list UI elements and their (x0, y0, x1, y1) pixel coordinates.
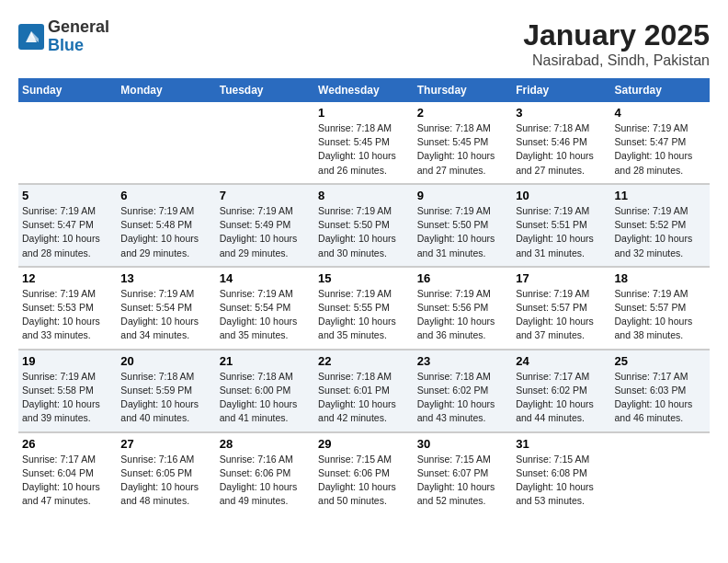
calendar-cell (216, 102, 314, 184)
day-number: 29 (318, 437, 410, 451)
day-number: 15 (318, 271, 410, 285)
calendar-cell: 15Sunrise: 7:19 AM Sunset: 5:55 PM Dayli… (314, 267, 414, 350)
day-info: Sunrise: 7:15 AM Sunset: 6:06 PM Dayligh… (318, 453, 410, 509)
logo-icon (18, 24, 44, 50)
day-number: 16 (417, 271, 508, 285)
day-number: 30 (417, 437, 508, 451)
day-number: 7 (220, 189, 311, 202)
day-number: 14 (220, 271, 311, 285)
calendar-cell (117, 102, 215, 184)
day-info: Sunrise: 7:19 AM Sunset: 5:47 PM Dayligh… (615, 121, 707, 178)
day-info: Sunrise: 7:16 AM Sunset: 6:05 PM Dayligh… (120, 453, 211, 509)
day-number: 17 (516, 271, 607, 285)
day-number: 24 (516, 354, 607, 368)
day-number: 12 (22, 271, 113, 285)
logo-blue-text: Blue (48, 36, 84, 54)
col-header-thursday: Thursday (414, 78, 512, 102)
calendar-cell: 31Sunrise: 7:15 AM Sunset: 6:08 PM Dayli… (512, 432, 610, 514)
col-header-tuesday: Tuesday (216, 78, 314, 102)
day-info: Sunrise: 7:19 AM Sunset: 5:53 PM Dayligh… (22, 287, 113, 343)
calendar-cell: 5Sunrise: 7:19 AM Sunset: 5:47 PM Daylig… (18, 184, 117, 267)
day-number: 31 (516, 437, 607, 451)
day-number: 25 (615, 354, 707, 368)
day-number: 10 (516, 189, 607, 202)
day-number: 2 (417, 106, 508, 120)
col-header-wednesday: Wednesday (314, 78, 414, 102)
day-number: 9 (417, 189, 508, 202)
calendar-cell: 27Sunrise: 7:16 AM Sunset: 6:05 PM Dayli… (117, 432, 215, 514)
page-subtitle: Nasirabad, Sindh, Pakistan (523, 52, 710, 69)
calendar-cell: 17Sunrise: 7:19 AM Sunset: 5:57 PM Dayli… (512, 267, 610, 350)
day-info: Sunrise: 7:19 AM Sunset: 5:57 PM Dayligh… (516, 287, 607, 343)
day-number: 28 (220, 437, 311, 451)
calendar-cell: 26Sunrise: 7:17 AM Sunset: 6:04 PM Dayli… (18, 432, 117, 514)
calendar-cell: 23Sunrise: 7:18 AM Sunset: 6:02 PM Dayli… (414, 350, 512, 432)
day-info: Sunrise: 7:19 AM Sunset: 5:47 PM Dayligh… (22, 204, 113, 260)
calendar-cell: 12Sunrise: 7:19 AM Sunset: 5:53 PM Dayli… (18, 267, 117, 350)
day-number: 21 (220, 354, 311, 368)
title-block: January 2025 Nasirabad, Sindh, Pakistan (523, 18, 710, 69)
calendar-cell: 10Sunrise: 7:19 AM Sunset: 5:51 PM Dayli… (512, 184, 610, 267)
day-info: Sunrise: 7:17 AM Sunset: 6:04 PM Dayligh… (22, 453, 113, 509)
calendar-cell: 1Sunrise: 7:18 AM Sunset: 5:45 PM Daylig… (314, 102, 414, 184)
day-number: 4 (615, 106, 707, 120)
day-info: Sunrise: 7:19 AM Sunset: 5:57 PM Dayligh… (615, 287, 707, 343)
day-info: Sunrise: 7:19 AM Sunset: 5:50 PM Dayligh… (417, 204, 508, 260)
day-number: 6 (120, 189, 211, 202)
day-number: 26 (22, 437, 113, 451)
calendar-cell: 28Sunrise: 7:16 AM Sunset: 6:06 PM Dayli… (216, 432, 314, 514)
calendar-cell (18, 102, 117, 184)
calendar-cell: 8Sunrise: 7:19 AM Sunset: 5:50 PM Daylig… (314, 184, 414, 267)
day-info: Sunrise: 7:19 AM Sunset: 5:48 PM Dayligh… (120, 204, 211, 260)
day-info: Sunrise: 7:15 AM Sunset: 6:07 PM Dayligh… (417, 453, 508, 509)
day-number: 8 (318, 189, 410, 202)
calendar-cell: 24Sunrise: 7:17 AM Sunset: 6:02 PM Dayli… (512, 350, 610, 432)
calendar-cell: 20Sunrise: 7:18 AM Sunset: 5:59 PM Dayli… (117, 350, 215, 432)
day-number: 5 (22, 189, 113, 202)
day-info: Sunrise: 7:19 AM Sunset: 5:49 PM Dayligh… (220, 204, 311, 260)
calendar-cell: 9Sunrise: 7:19 AM Sunset: 5:50 PM Daylig… (414, 184, 512, 267)
calendar-header-row: SundayMondayTuesdayWednesdayThursdayFrid… (18, 78, 710, 102)
calendar-cell: 25Sunrise: 7:17 AM Sunset: 6:03 PM Dayli… (611, 350, 711, 432)
calendar-cell: 3Sunrise: 7:18 AM Sunset: 5:46 PM Daylig… (512, 102, 610, 184)
logo-general-text: General (48, 17, 109, 36)
day-info: Sunrise: 7:19 AM Sunset: 5:54 PM Dayligh… (220, 287, 311, 343)
col-header-friday: Friday (512, 78, 610, 102)
day-info: Sunrise: 7:18 AM Sunset: 6:00 PM Dayligh… (220, 370, 311, 426)
col-header-sunday: Sunday (18, 78, 117, 102)
calendar-cell: 13Sunrise: 7:19 AM Sunset: 5:54 PM Dayli… (117, 267, 215, 350)
calendar-cell: 11Sunrise: 7:19 AM Sunset: 5:52 PM Dayli… (611, 184, 711, 267)
calendar-week-row: 12Sunrise: 7:19 AM Sunset: 5:53 PM Dayli… (18, 267, 710, 350)
logo: General Blue (18, 18, 109, 55)
calendar-week-row: 5Sunrise: 7:19 AM Sunset: 5:47 PM Daylig… (18, 184, 710, 267)
calendar-table: SundayMondayTuesdayWednesdayThursdayFrid… (18, 78, 710, 513)
calendar-cell: 6Sunrise: 7:19 AM Sunset: 5:48 PM Daylig… (117, 184, 215, 267)
calendar-cell: 14Sunrise: 7:19 AM Sunset: 5:54 PM Dayli… (216, 267, 314, 350)
day-number: 19 (22, 354, 113, 368)
calendar-week-row: 19Sunrise: 7:19 AM Sunset: 5:58 PM Dayli… (18, 350, 710, 432)
calendar-cell: 21Sunrise: 7:18 AM Sunset: 6:00 PM Dayli… (216, 350, 314, 432)
day-number: 1 (318, 106, 410, 120)
day-info: Sunrise: 7:19 AM Sunset: 5:54 PM Dayligh… (120, 287, 211, 343)
day-info: Sunrise: 7:18 AM Sunset: 5:59 PM Dayligh… (120, 370, 211, 426)
day-info: Sunrise: 7:18 AM Sunset: 6:02 PM Dayligh… (417, 370, 508, 426)
day-info: Sunrise: 7:19 AM Sunset: 5:50 PM Dayligh… (318, 204, 410, 260)
calendar-cell: 22Sunrise: 7:18 AM Sunset: 6:01 PM Dayli… (314, 350, 414, 432)
day-info: Sunrise: 7:15 AM Sunset: 6:08 PM Dayligh… (516, 453, 607, 509)
day-number: 3 (516, 106, 607, 120)
col-header-saturday: Saturday (611, 78, 711, 102)
day-info: Sunrise: 7:17 AM Sunset: 6:03 PM Dayligh… (615, 370, 707, 426)
day-number: 11 (615, 189, 707, 202)
day-info: Sunrise: 7:19 AM Sunset: 5:58 PM Dayligh… (22, 370, 113, 426)
day-info: Sunrise: 7:17 AM Sunset: 6:02 PM Dayligh… (516, 370, 607, 426)
day-number: 18 (615, 271, 707, 285)
calendar-cell: 18Sunrise: 7:19 AM Sunset: 5:57 PM Dayli… (611, 267, 711, 350)
day-number: 20 (120, 354, 211, 368)
calendar-cell: 29Sunrise: 7:15 AM Sunset: 6:06 PM Dayli… (314, 432, 414, 514)
page-header: General Blue January 2025 Nasirabad, Sin… (18, 18, 710, 69)
calendar-cell: 16Sunrise: 7:19 AM Sunset: 5:56 PM Dayli… (414, 267, 512, 350)
day-info: Sunrise: 7:18 AM Sunset: 6:01 PM Dayligh… (318, 370, 410, 426)
day-info: Sunrise: 7:18 AM Sunset: 5:45 PM Dayligh… (318, 121, 410, 178)
day-info: Sunrise: 7:18 AM Sunset: 5:46 PM Dayligh… (516, 121, 607, 178)
day-info: Sunrise: 7:16 AM Sunset: 6:06 PM Dayligh… (220, 453, 311, 509)
